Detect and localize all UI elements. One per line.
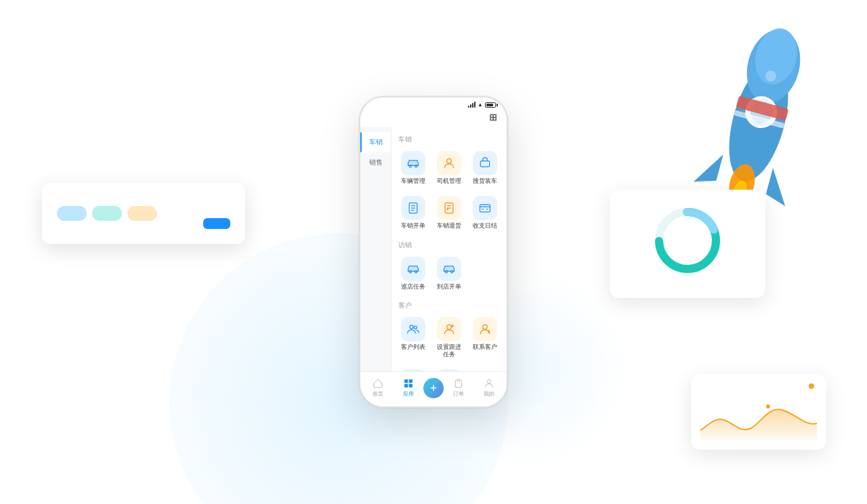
customer-card: [42, 183, 245, 244]
svg-point-22: [415, 327, 417, 329]
tag-1: [57, 206, 87, 221]
svg-rect-33: [408, 384, 412, 387]
app-customer-list[interactable]: 客户列表: [397, 313, 430, 362]
app-vehicle-order[interactable]: 车销开单: [397, 192, 430, 234]
svg-point-17: [409, 270, 411, 272]
nav-profile[interactable]: 我的: [474, 378, 505, 398]
main-content: 车销 车辆管理 司机管理: [392, 127, 507, 381]
tag-3: [127, 206, 157, 221]
svg-rect-30: [404, 379, 408, 383]
svg-rect-32: [404, 384, 408, 387]
svg-rect-34: [457, 379, 460, 381]
donut-chart-container: [623, 203, 752, 278]
follow-button[interactable]: [203, 218, 230, 229]
battery-icon: [485, 102, 496, 108]
section-title-vehicle: 车销: [397, 131, 501, 147]
donut-chart: [650, 203, 725, 278]
chart-card: [691, 374, 826, 450]
nav-apps[interactable]: 应用: [394, 378, 424, 398]
revenue-card: [610, 190, 765, 298]
status-icons: ▲: [468, 102, 496, 108]
sidebar-item-vehicle-sales[interactable]: 车销: [360, 132, 391, 152]
sidebar-item-sales[interactable]: 销售: [360, 152, 391, 173]
section-title-customer: 客户: [397, 297, 501, 313]
svg-rect-16: [480, 205, 490, 212]
app-store-order[interactable]: 到店开单: [433, 253, 466, 295]
legend-dot: [809, 383, 814, 389]
phone-notch: [406, 98, 461, 112]
visit-grid: 巡店任务 到店开单: [397, 253, 501, 295]
svg-point-12: [447, 159, 452, 163]
section-title-visit: 访销: [397, 236, 501, 253]
nav-add-button[interactable]: +: [423, 378, 444, 398]
line-chart: [700, 393, 817, 440]
signal-icon: [468, 102, 475, 108]
svg-rect-13: [480, 161, 489, 167]
phone-body: 车销 销售 车销 车辆管理: [360, 127, 507, 381]
svg-point-24: [482, 325, 487, 330]
svg-point-21: [410, 326, 413, 329]
vehicle-grid: 车辆管理 司机管理 搜货装车: [397, 147, 501, 234]
app-vehicle-management[interactable]: 车辆管理: [397, 147, 430, 189]
app-search-load[interactable]: 搜货装车: [468, 147, 501, 189]
wifi-icon: ▲: [478, 102, 483, 108]
svg-point-10: [409, 165, 411, 167]
nav-orders[interactable]: 订单: [444, 378, 474, 398]
svg-point-20: [450, 270, 452, 272]
sidebar: 车销 销售: [360, 127, 392, 381]
svg-point-35: [487, 380, 490, 383]
sidebar-label-vehicle: 车销: [369, 138, 383, 146]
app-set-followup[interactable]: 设置跟进任务: [433, 313, 466, 362]
chart-legend: [700, 383, 817, 389]
svg-point-11: [415, 165, 417, 167]
sidebar-label-sales: 销售: [369, 159, 383, 166]
svg-point-39: [765, 404, 771, 409]
app-vehicle-return[interactable]: 车销退货: [433, 192, 466, 234]
phone-mockup: ▲ ⊞ 车销 销售: [359, 96, 508, 408]
app-patrol-task[interactable]: 巡店任务: [397, 253, 430, 295]
grid-icon: ⊞: [489, 112, 497, 123]
svg-rect-31: [408, 379, 412, 383]
nav-home[interactable]: 首页: [363, 378, 394, 398]
app-contact-customer[interactable]: 联系客户: [468, 313, 501, 362]
app-daily-settlement[interactable]: 收支日结: [468, 192, 501, 234]
svg-point-23: [447, 325, 452, 330]
app-driver-management[interactable]: 司机管理: [433, 147, 466, 189]
bottom-nav: 首页 应用 + 订单 我的: [360, 371, 507, 406]
svg-point-19: [445, 270, 447, 272]
svg-point-18: [415, 270, 417, 272]
tag-2: [92, 206, 122, 221]
